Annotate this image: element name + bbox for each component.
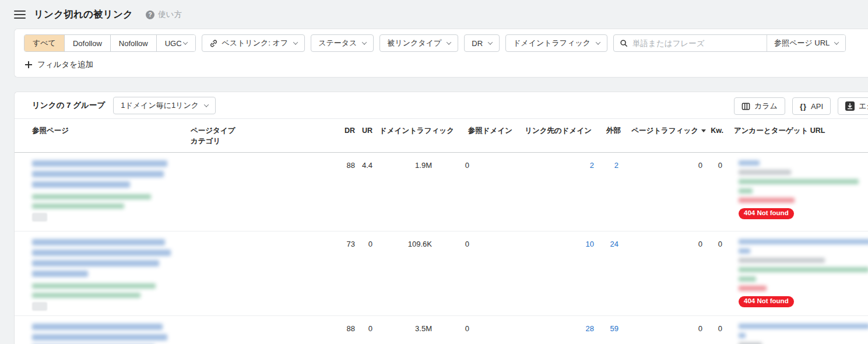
kw-value: 0	[708, 153, 729, 231]
search-scope-label: 参照ページ URL	[774, 38, 830, 48]
header-page-traffic[interactable]: ページトラフィック	[623, 119, 708, 152]
filter-row: すべて Dofollow Nofollow UGC ベストリンク: オフ ステー…	[24, 34, 859, 52]
redacted-url-line	[739, 179, 859, 184]
page-title: リンク切れの被リンク	[34, 8, 133, 21]
filter-dofollow[interactable]: Dofollow	[64, 35, 110, 51]
ur-value: 0	[362, 316, 379, 344]
redacted-url-line	[32, 283, 156, 289]
redacted-error-line	[739, 198, 795, 203]
domain-traffic-value: 3.5M	[379, 316, 449, 344]
linked-domains-link[interactable]: 10	[515, 231, 596, 315]
group-mode-dropdown[interactable]: 1ドメイン毎に1リンク	[113, 97, 216, 114]
dr-filter[interactable]: DR	[464, 34, 500, 52]
status-filter-label: ステータス	[318, 38, 357, 48]
best-link-label: ベストリンク: オフ	[222, 38, 289, 48]
export-icon	[845, 101, 855, 111]
best-link-filter[interactable]: ベストリンク: オフ	[202, 34, 305, 52]
chevron-down-icon	[362, 40, 367, 44]
follow-filter-group: すべて Dofollow Nofollow UGC	[24, 34, 196, 52]
sort-desc-icon	[701, 129, 706, 132]
header-referring-page[interactable]: 参照ページ	[32, 119, 191, 152]
redacted-anchor-line	[739, 333, 746, 338]
referring-page-cell[interactable]	[32, 153, 191, 231]
filter-ugc[interactable]: UGC	[156, 35, 195, 51]
ur-value: 4.4	[362, 153, 379, 231]
external-link[interactable]: 2	[596, 153, 623, 231]
header-external[interactable]: 外部	[596, 119, 623, 152]
backlink-type-filter[interactable]: 被リンクタイプ	[379, 34, 458, 52]
redacted-title-line	[32, 181, 130, 188]
redacted-title-line	[32, 239, 165, 245]
redacted-title-line	[32, 271, 88, 277]
anchor-target-cell[interactable]: 404 Not found	[729, 231, 868, 315]
redacted-error-line	[739, 286, 767, 291]
external-link[interactable]: 59	[596, 316, 623, 344]
add-filter-label: フィルタを追加	[37, 59, 93, 70]
ref-domains-value: 0	[449, 231, 515, 315]
header-dr[interactable]: DR	[335, 119, 362, 152]
redacted-anchor-line	[739, 248, 750, 254]
redacted-anchor-line	[739, 324, 868, 329]
chevron-down-icon	[596, 40, 600, 44]
page-header: リンク切れの被リンク ? 使い方	[0, 0, 868, 29]
add-filter-button[interactable]: フィルタを追加	[24, 58, 93, 71]
header-category-line2: カテゴリ	[191, 136, 335, 147]
redacted-mini-badge	[32, 302, 47, 311]
columns-button[interactable]: カラム	[734, 97, 785, 115]
header-linked-domains[interactable]: リンク先のドメイン	[515, 119, 596, 152]
header-page-type[interactable]: ページタイプ カテゴリ	[191, 119, 335, 152]
export-label: エクスポート	[859, 101, 868, 111]
chevron-down-icon	[204, 102, 209, 107]
page-traffic-value: 0	[623, 231, 708, 315]
referring-page-cell[interactable]	[32, 231, 191, 315]
external-link[interactable]: 24	[596, 231, 623, 315]
header-anchor-target-url[interactable]: アンカーとターゲット URL	[729, 119, 868, 152]
redacted-title-line	[32, 160, 167, 167]
linked-domains-link[interactable]: 28	[515, 316, 596, 344]
header-ur[interactable]: UR	[362, 119, 379, 152]
columns-label: カラム	[754, 101, 778, 111]
chevron-down-icon	[293, 40, 298, 44]
domain-traffic-label: ドメイントラフィック	[513, 38, 591, 48]
redacted-url-line	[32, 194, 151, 199]
anchor-target-cell[interactable]: 404 Not found	[729, 153, 868, 231]
header-page-type-line1: ページタイプ	[191, 126, 335, 136]
search-filter: 参照ページ URL	[613, 34, 846, 52]
help-link[interactable]: ? 使い方	[146, 9, 182, 20]
menu-icon[interactable]	[14, 10, 26, 19]
results-panel: リンクの 7 グループ 1ドメイン毎に1リンク カラム {} API	[14, 92, 868, 344]
linked-domains-link[interactable]: 2	[515, 153, 596, 231]
table-toolbar: リンクの 7 グループ 1ドメイン毎に1リンク カラム {} API	[15, 92, 868, 119]
filter-panel: すべて Dofollow Nofollow UGC ベストリンク: オフ ステー…	[14, 29, 868, 78]
filter-all[interactable]: すべて	[24, 35, 64, 51]
plus-icon	[25, 61, 32, 68]
redacted-url-line	[739, 188, 753, 194]
ur-value: 0	[362, 231, 379, 315]
header-domain-traffic[interactable]: ドメイントラフィック	[379, 119, 449, 152]
status-filter[interactable]: ステータス	[311, 34, 374, 52]
redacted-title-line	[32, 171, 164, 177]
header-page-traffic-label: ページトラフィック	[631, 126, 698, 136]
search-input[interactable]	[632, 35, 767, 51]
page-traffic-value: 0	[623, 316, 708, 344]
question-icon: ?	[146, 10, 154, 19]
redacted-mini-badge	[32, 213, 47, 222]
toolbar-right: カラム {} API エクスポート	[734, 97, 868, 115]
filter-nofollow[interactable]: Nofollow	[110, 35, 156, 51]
table-row: 73 0 109.6K 0 10 24 0 0 404 Not found	[15, 231, 868, 316]
page-type-cell	[191, 153, 335, 231]
header-kw[interactable]: Kw.	[708, 119, 729, 152]
header-ref-domains[interactable]: 参照ドメイン	[449, 119, 515, 152]
domain-traffic-filter[interactable]: ドメイントラフィック	[505, 34, 607, 52]
dr-filter-label: DR	[472, 39, 483, 48]
redacted-url-line	[739, 267, 868, 272]
referring-page-cell[interactable]	[32, 316, 191, 344]
ref-domains-value: 0	[449, 153, 515, 231]
export-button[interactable]: エクスポート	[838, 97, 868, 115]
group-count: リンクの 7 グループ	[32, 100, 105, 111]
help-label: 使い方	[158, 9, 182, 20]
dr-value: 88	[335, 316, 362, 344]
anchor-target-cell[interactable]	[729, 316, 868, 344]
api-button[interactable]: {} API	[792, 97, 831, 115]
search-scope-dropdown[interactable]: 参照ページ URL	[767, 35, 845, 51]
